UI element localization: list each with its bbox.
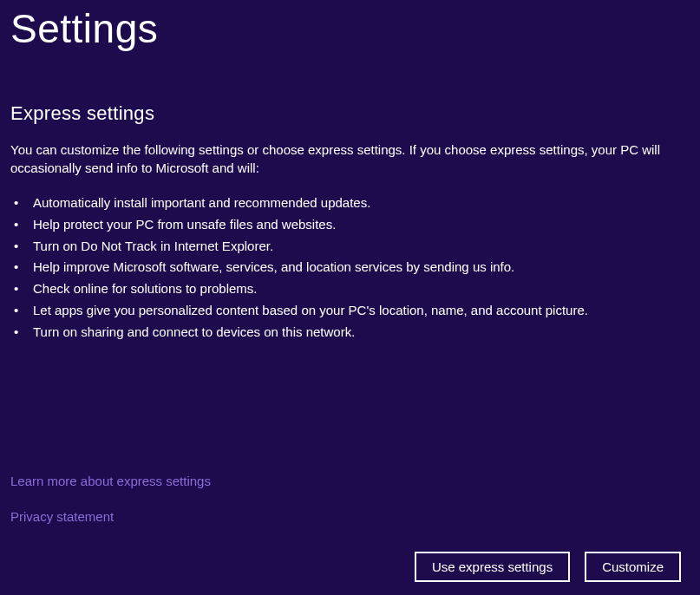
button-row: Use express settings Customize [415,552,681,582]
bullet-item: Check online for solutions to problems. [10,278,690,300]
bullet-item: Automatically install important and reco… [10,193,690,214]
customize-button[interactable]: Customize [585,552,681,582]
bullet-item: Help improve Microsoft software, service… [10,257,690,278]
bullet-item: Turn on sharing and connect to devices o… [10,322,690,343]
settings-screen: Settings Express settings You can custom… [0,0,700,595]
bullet-item: Help protect your PC from unsafe files a… [10,214,690,236]
learn-more-link[interactable]: Learn more about express settings [10,472,211,490]
section-title: Express settings [10,102,690,125]
settings-bullet-list: Automatically install important and reco… [10,193,690,343]
description-text: You can customize the following settings… [10,141,690,177]
privacy-statement-link[interactable]: Privacy statement [10,507,211,526]
bullet-item: Let apps give you personalized content b… [10,300,690,322]
links-section: Learn more about express settings Privac… [10,472,211,526]
page-title: Settings [10,0,690,52]
use-express-settings-button[interactable]: Use express settings [415,552,570,582]
bullet-item: Turn on Do Not Track in Internet Explore… [10,236,690,258]
